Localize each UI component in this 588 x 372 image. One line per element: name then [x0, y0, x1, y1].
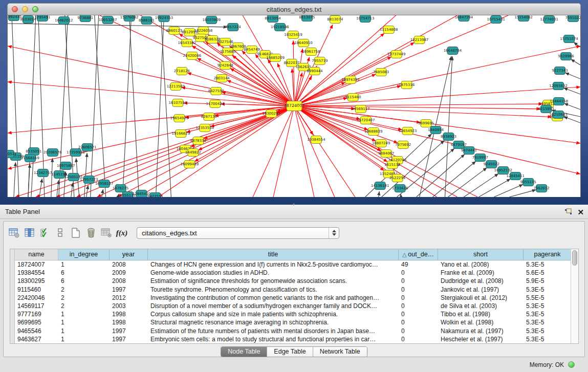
graph-edge[interactable] — [230, 69, 294, 106]
graph-node[interactable]: 1992435 — [8, 15, 22, 21]
column-header-year[interactable]: year — [110, 249, 148, 260]
graph-node[interactable]: 2718126 — [174, 68, 190, 75]
graph-node[interactable]: 8267130 — [201, 113, 217, 121]
graph-edge[interactable] — [433, 161, 476, 197]
graph-node[interactable]: 7485083 — [373, 69, 389, 76]
graph-node[interactable]: 16033809 — [203, 16, 221, 24]
graph-node[interactable]: 9736881 — [77, 15, 93, 22]
graph-node[interactable]: 8938923 — [441, 133, 456, 141]
graph-node[interactable]: 14136141 — [371, 182, 389, 190]
graph-node[interactable]: 15751074 — [560, 35, 578, 43]
table-row[interactable]: 969969511998Structural magnetic resonanc… — [15, 318, 571, 326]
graph-node[interactable]: 7962012 — [534, 185, 550, 192]
table-row[interactable]: 946362711997Embryonic stem cells: a mode… — [15, 335, 571, 343]
graph-node[interactable]: 19737449 — [387, 51, 406, 58]
graph-edge[interactable] — [509, 190, 536, 197]
graph-node[interactable]: 8813075 — [299, 15, 315, 21]
graph-edge[interactable] — [564, 103, 580, 110]
graph-node[interactable]: 19384554 — [307, 136, 325, 144]
table-settings-icon[interactable] — [7, 226, 22, 240]
graph-edge[interactable] — [464, 173, 498, 197]
graph-node[interactable]: 14569117 — [352, 105, 370, 113]
table-row[interactable]: 1456911722003Disruption of a novel membe… — [15, 302, 571, 310]
graph-node[interactable]: 16462012 — [55, 17, 73, 25]
network-canvas[interactable]: 1872400788601238912955182260589327508165… — [7, 15, 581, 197]
table-row[interactable]: 911546021997Tourette syndrome. Phenomeno… — [15, 286, 571, 294]
graph-edge[interactable] — [95, 15, 106, 197]
graph-node[interactable]: 8813074 — [327, 16, 343, 24]
column-header-in_degree[interactable]: in_degree — [58, 249, 110, 260]
table-row[interactable]: 1872400712008Changes of HCN gene express… — [15, 260, 571, 269]
column-header-title[interactable]: title — [148, 249, 399, 260]
graph-edge[interactable] — [294, 46, 580, 106]
column-header-pagerank[interactable]: pagerank — [524, 249, 571, 260]
table-row[interactable]: 1938455462009Genome-wide association stu… — [15, 269, 571, 277]
graph-edge[interactable] — [494, 184, 523, 197]
graph-node[interactable]: 7975692 — [395, 141, 411, 149]
graph-node[interactable]: 9329966 — [558, 53, 574, 60]
graph-node[interactable]: 19924353 — [155, 15, 173, 22]
rows-icon[interactable] — [53, 226, 68, 240]
close-panel-icon[interactable]: ✕ — [577, 208, 584, 216]
graph-node[interactable]: 7919997 — [472, 154, 488, 162]
float-panel-icon[interactable] — [564, 208, 572, 215]
new-file-icon[interactable] — [68, 226, 83, 240]
graph-edge[interactable] — [294, 87, 580, 106]
tab-node-table[interactable]: Node Table — [221, 347, 267, 357]
graph-edge[interactable] — [28, 164, 30, 197]
graph-node[interactable]: 8586181 — [139, 17, 155, 25]
splitter-handle[interactable]: ▾ — [291, 203, 297, 206]
graph-edge[interactable] — [273, 106, 294, 197]
graph-edge[interactable] — [294, 106, 314, 197]
table-row[interactable]: 1830029562008Estimation of significance … — [15, 277, 571, 285]
graph-edge[interactable] — [8, 82, 294, 106]
table-selector-dropdown[interactable]: citations_edges.txt — [137, 227, 339, 239]
network-graph[interactable]: 1872400788601238912955182260589327508165… — [8, 15, 580, 197]
graph-edge[interactable] — [478, 179, 510, 197]
graph-node[interactable]: 2803144 — [214, 75, 230, 82]
graph-node[interactable]: 9245022 — [484, 161, 499, 168]
graph-node[interactable]: 1678275 — [113, 185, 128, 192]
graph-edge[interactable] — [565, 73, 580, 79]
graph-node[interactable]: 8813054 — [265, 15, 281, 23]
graph-edge[interactable] — [294, 106, 335, 197]
graph-edge[interactable] — [227, 80, 294, 106]
graph-node[interactable]: 16099489 — [181, 161, 199, 168]
graph-node[interactable]: 22420046 — [183, 52, 202, 60]
graph-node[interactable]: 18325419 — [284, 31, 302, 39]
graph-edge[interactable] — [138, 106, 294, 197]
graph-edge[interactable] — [401, 194, 401, 197]
scrollbar-thumb[interactable] — [572, 250, 577, 266]
graph-node[interactable]: 1295491 — [34, 15, 50, 21]
graph-edge[interactable] — [8, 106, 294, 169]
column-header-short[interactable]: short — [438, 249, 524, 260]
graph-edge[interactable] — [84, 153, 87, 197]
graph-edge[interactable] — [129, 15, 139, 197]
graph-node[interactable]: 10688639 — [364, 128, 383, 136]
graph-node[interactable]: 16847394 — [455, 15, 473, 21]
graph-edge[interactable] — [156, 15, 164, 197]
delete-table-icon[interactable] — [99, 226, 114, 240]
graph-edge[interactable] — [563, 88, 580, 94]
column-header-out_de[interactable]: △out_de… — [399, 249, 438, 260]
graph-node[interactable]: 16961758 — [302, 48, 320, 56]
graph-node[interactable]: 12353554 — [196, 124, 214, 132]
graph-node[interactable]: 19218586 — [271, 24, 289, 31]
graph-node[interactable]: 19166829 — [172, 130, 190, 138]
graph-node[interactable]: 10754713 — [356, 15, 375, 23]
column-select-icon[interactable] — [22, 226, 37, 240]
graph-edge[interactable] — [91, 15, 99, 197]
graph-node[interactable]: 7591022 — [565, 15, 580, 22]
row-select-icon[interactable] — [37, 226, 53, 240]
table-scrollbar[interactable] — [571, 249, 578, 343]
graph-node[interactable]: 16107553 — [169, 99, 187, 107]
graph-node[interactable]: 8860123 — [166, 27, 182, 35]
graph-node[interactable]: 12213569 — [167, 83, 185, 91]
graph-node[interactable]: 15154082 — [514, 15, 533, 21]
network-window-titlebar[interactable]: citations_edges.txt — [7, 3, 581, 15]
graph-node[interactable]: 9242848 — [217, 62, 233, 70]
graph-edge[interactable] — [574, 42, 580, 47]
graph-edge[interactable] — [379, 191, 380, 197]
graph-edge[interactable] — [86, 185, 88, 197]
graph-edge[interactable] — [28, 15, 36, 197]
